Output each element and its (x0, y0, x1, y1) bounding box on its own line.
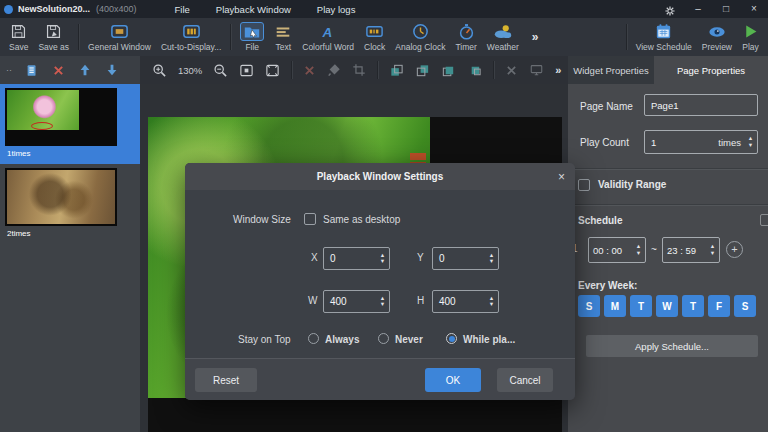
add-schedule-button[interactable]: + (726, 241, 743, 258)
preview-button[interactable]: Preview (697, 18, 737, 56)
day-button-mon[interactable]: M (604, 295, 626, 317)
settings-gear-icon[interactable] (656, 2, 684, 17)
arrow-down-icon[interactable]: ▼ (710, 251, 715, 257)
arrow-down-icon[interactable]: ▼ (380, 259, 385, 265)
page-thumbnail-item-2[interactable]: 2times (0, 164, 140, 244)
zoom-in-icon[interactable] (152, 63, 167, 78)
move-up-icon[interactable] (78, 63, 92, 77)
send-backward-icon[interactable] (415, 63, 430, 78)
schedule-start-time-stepper[interactable]: 00 : 00 ▲▼ (588, 237, 646, 263)
arrow-down-icon[interactable]: ▼ (748, 143, 753, 149)
y-stepper[interactable]: 0 ▲▼ (432, 247, 499, 270)
clock-widget-button[interactable]: Clock (359, 18, 390, 56)
toolbar-separator (230, 24, 231, 50)
schedule-end-time-stepper[interactable]: 23 : 59 ▲▼ (662, 237, 720, 263)
day-button-sat[interactable]: S (734, 295, 756, 317)
playback-window-settings-dialog: Playback Window Settings × Window Size S… (185, 163, 575, 400)
move-down-icon[interactable] (105, 63, 119, 77)
colorful-word-button[interactable]: A Colorful Word (297, 18, 359, 56)
bring-to-front-icon[interactable] (441, 63, 456, 78)
radio-always[interactable] (308, 333, 319, 344)
radio-never[interactable] (378, 333, 389, 344)
clear-style-brush-icon[interactable] (327, 63, 341, 77)
timer-widget-button[interactable]: Timer (450, 18, 481, 56)
tab-page-properties[interactable]: Page Properties (654, 56, 768, 84)
minimize-button[interactable]: – (684, 0, 712, 18)
send-to-back-icon[interactable] (467, 63, 482, 78)
text-widget-button[interactable]: Text (269, 18, 297, 56)
maximize-button[interactable]: □ (712, 0, 740, 18)
save-button[interactable]: Save (4, 18, 33, 56)
day-button-tue[interactable]: T (630, 295, 652, 317)
delete-page-icon[interactable] (52, 64, 65, 77)
copy-page-icon[interactable] (25, 63, 39, 78)
ok-button[interactable]: OK (425, 368, 481, 392)
arrow-down-icon[interactable]: ▼ (489, 259, 494, 265)
zoom-out-icon[interactable] (213, 63, 228, 78)
w-stepper[interactable]: 400 ▲▼ (323, 290, 390, 313)
play-count-unit: times (718, 137, 741, 148)
page-thumbnail-sidebar: 1times 2times (0, 84, 140, 432)
same-as-desktop-checkbox[interactable] (304, 213, 316, 225)
delete-widget-icon[interactable] (303, 64, 316, 77)
arrow-down-icon[interactable]: ▼ (380, 302, 385, 308)
dialog-close-icon[interactable]: × (558, 163, 565, 190)
cut-to-display-button[interactable]: Cut-to-Display... (156, 18, 226, 56)
file-widget-button[interactable]: File (235, 18, 269, 56)
crop-icon[interactable] (352, 63, 366, 77)
actual-size-icon[interactable] (239, 63, 254, 78)
radio-while-playing-label: While pla... (463, 334, 515, 345)
spinner-arrows[interactable]: ▲▼ (744, 136, 757, 148)
analog-clock-widget-button[interactable]: Analog Clock (390, 18, 450, 56)
arrow-down-icon[interactable]: ▼ (489, 302, 494, 308)
save-as-button[interactable]: Save as (33, 18, 74, 56)
arrow-up-icon[interactable]: ▲ (710, 244, 715, 250)
apply-schedule-button[interactable]: Apply Schedule... (586, 335, 758, 357)
reset-button[interactable]: Reset (195, 368, 257, 392)
bring-forward-icon[interactable] (389, 63, 404, 78)
zoom-level-value: 130% (178, 65, 202, 76)
arrow-up-icon[interactable]: ▲ (748, 136, 753, 142)
analog-clock-icon (411, 22, 430, 41)
title-bar: NewSolution20... (400x400) File Playback… (0, 0, 768, 18)
menu-play-logs[interactable]: Play logs (317, 4, 356, 15)
cut-to-display-icon (182, 22, 201, 41)
day-button-wed[interactable]: W (656, 295, 678, 317)
arrow-down-icon[interactable]: ▼ (636, 251, 641, 257)
play-button[interactable]: Play (737, 18, 764, 56)
toolbar-separator (78, 24, 79, 50)
cancel-button[interactable]: Cancel (497, 368, 553, 392)
close-button[interactable]: × (740, 0, 768, 18)
spinner-arrows[interactable]: ▲▼ (376, 296, 389, 308)
spinner-arrows[interactable]: ▲▼ (485, 253, 498, 265)
monitor-icon[interactable] (529, 63, 544, 77)
toolbar-overflow-chevron[interactable]: » (524, 30, 547, 44)
day-button-sun[interactable]: S (578, 295, 600, 317)
tab-widget-properties[interactable]: Widget Properties (568, 56, 654, 84)
fit-screen-icon[interactable] (265, 63, 280, 78)
radio-while-playing[interactable] (446, 333, 457, 344)
spinner-arrows[interactable]: ▲▼ (706, 244, 719, 256)
x-stepper[interactable]: 0 ▲▼ (323, 247, 390, 270)
arrow-up-icon[interactable]: ▲ (636, 244, 641, 250)
menu-playback-window[interactable]: Playback Window (216, 4, 291, 15)
page-name-input[interactable] (644, 94, 758, 116)
spinner-arrows[interactable]: ▲▼ (485, 296, 498, 308)
general-window-button[interactable]: General Window (83, 18, 156, 56)
h-stepper[interactable]: 400 ▲▼ (432, 290, 499, 313)
schedule-action-icon[interactable] (760, 214, 768, 226)
view-schedule-button[interactable]: View Schedule (631, 18, 697, 56)
spinner-arrows[interactable]: ▲▼ (632, 244, 645, 256)
day-button-fri[interactable]: F (708, 295, 730, 317)
app-title: NewSolution20... (18, 4, 90, 14)
lion-cubs-image (7, 170, 115, 224)
validity-range-checkbox[interactable] (578, 179, 590, 191)
play-count-stepper[interactable]: 1 times ▲▼ (644, 130, 758, 154)
page-thumbnail-item-1[interactable]: 1times (0, 84, 140, 164)
clear-all-icon[interactable] (505, 64, 518, 77)
spinner-arrows[interactable]: ▲▼ (376, 253, 389, 265)
menu-file[interactable]: File (175, 4, 190, 15)
day-button-thu[interactable]: T (682, 295, 704, 317)
weather-widget-button[interactable]: Weather (482, 18, 524, 56)
editbar-overflow-chevron[interactable]: » (555, 64, 561, 76)
